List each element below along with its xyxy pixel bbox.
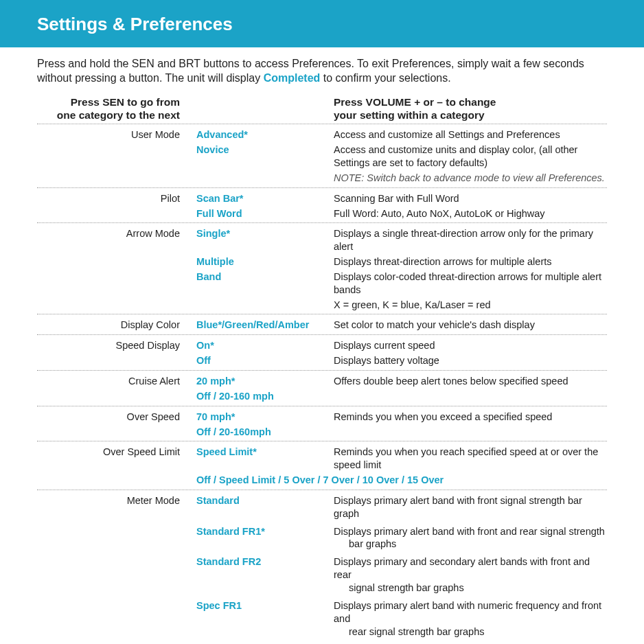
- divider: [37, 124, 607, 124]
- page-title: Settings & Preferences: [37, 14, 644, 35]
- option-value: On*: [196, 339, 334, 352]
- option-description: Offers double beep alert tones below spe…: [334, 375, 607, 388]
- intro-paragraph: Press and hold the SEN and BRT buttons t…: [37, 57, 607, 86]
- option-description: Displays primary and secondary alert ban…: [334, 555, 607, 595]
- option-description: Access and customize units and display c…: [334, 143, 607, 170]
- row-arrow-2: Multiple Displays threat-direction arrow…: [37, 254, 607, 269]
- row-speed-display: Speed Display On* Displays current speed: [37, 338, 607, 353]
- option-description: Displays primary alert band with numeric…: [334, 599, 607, 639]
- option-value: Advanced*: [196, 128, 334, 141]
- option-value: 70 mph*: [196, 411, 334, 424]
- row-user-mode-2: Novice Access and customize units and di…: [37, 142, 607, 170]
- row-arrow-3: Band Displays color-coded threat-directi…: [37, 269, 607, 297]
- desc-line1: Displays primary alert band with front a…: [334, 526, 605, 537]
- option-value: 20 mph*: [196, 375, 334, 388]
- row-cruise-alert: Cruise Alert 20 mph* Offers double beep …: [37, 373, 607, 389]
- row-meter-standard: Meter Mode Standard Displays primary ale…: [37, 493, 607, 521]
- option-value: Standard FR1*: [196, 525, 334, 538]
- desc-line2: bar graphs: [334, 538, 396, 549]
- desc-line1: Displays primary alert band with numeric…: [334, 600, 601, 624]
- option-value: Speed Limit*: [196, 446, 334, 459]
- option-description: Scanning Bar with Full Word: [334, 192, 607, 205]
- header-mid-spacer: [196, 95, 334, 122]
- option-value: Off: [196, 354, 334, 367]
- option-note: NOTE: Switch back to advance mode to vie…: [334, 172, 607, 185]
- category-label: User Mode: [37, 128, 196, 141]
- option-value: Scan Bar*: [196, 192, 334, 205]
- row-over-speed: Over Speed 70 mph* Reminds you when you …: [37, 409, 607, 424]
- option-value: Standard: [196, 494, 334, 507]
- desc-line2: signal strength bar graphs: [334, 582, 464, 593]
- option-description: Displays battery voltage: [334, 354, 607, 367]
- intro-completed-word: Completed: [264, 72, 321, 84]
- row-meter-fr2: Standard FR2 Displays primary and second…: [37, 554, 607, 595]
- row-over-speed-limit: Over Speed Limit Speed Limit* Reminds yo…: [37, 444, 607, 472]
- category-label: Arrow Mode: [37, 227, 196, 240]
- option-value: Standard FR2: [196, 555, 334, 568]
- row-speed-display-2: Off Displays battery voltage: [37, 353, 607, 368]
- row-pilot-2: Full Word Full Word: Auto, Auto NoX, Aut…: [37, 206, 607, 221]
- category-label: Speed Display: [37, 339, 196, 352]
- content-area: Press and hold the SEN and BRT buttons t…: [0, 57, 644, 644]
- option-value: Off / Speed Limit / 5 Over / 7 Over / 10…: [196, 474, 607, 487]
- category-label: Pilot: [37, 192, 196, 205]
- header-right-line2: your setting within a category: [334, 108, 607, 122]
- header-right-line1: Press VOLUME + or – to change: [334, 95, 607, 108]
- title-banner: Settings & Preferences: [0, 0, 644, 47]
- desc-line2: rear signal strength bar graphs: [334, 626, 484, 637]
- option-description: Reminds you when you exceed a specified …: [334, 411, 607, 424]
- option-value: Novice: [196, 143, 334, 157]
- divider: [37, 370, 607, 371]
- header-left-line1: Press SEN to go from: [37, 95, 180, 108]
- row-meter-spec2: Spec FR2 Displays primary alert band wit…: [37, 641, 607, 644]
- category-label: Display Color: [37, 319, 196, 332]
- divider: [37, 187, 607, 188]
- header-left: Press SEN to go from one category to the…: [37, 95, 196, 122]
- option-value: Off / 20-160 mph: [196, 390, 607, 403]
- option-description: Displays threat-direction arrows for mul…: [334, 255, 607, 268]
- option-description: Displays primary alert band with front a…: [334, 525, 607, 551]
- category-label: Over Speed: [37, 411, 196, 424]
- option-value: Band: [196, 271, 334, 284]
- row-user-mode-note: NOTE: Switch back to advance mode to vie…: [37, 170, 607, 185]
- intro-text-2: to confirm your selections.: [320, 72, 450, 84]
- category-label: Over Speed Limit: [37, 446, 196, 459]
- divider: [37, 222, 607, 223]
- option-description: Displays a single threat-direction arrow…: [334, 227, 607, 253]
- option-value: Blue*/Green/Red/Amber: [196, 319, 334, 332]
- divider: [37, 441, 607, 441]
- category-label: Cruise Alert: [37, 375, 196, 388]
- divider: [37, 490, 607, 490]
- option-description: Full Word: Auto, Auto NoX, AutoLoK or Hi…: [334, 207, 607, 220]
- divider: [37, 314, 607, 314]
- row-display-color: Display Color Blue*/Green/Red/Amber Set …: [37, 317, 607, 332]
- row-arrow: Arrow Mode Single* Displays a single thr…: [37, 226, 607, 254]
- option-description: Reminds you when you reach specified spe…: [334, 446, 607, 472]
- divider: [37, 406, 607, 406]
- row-cruise-alert-2: Off / 20-160 mph: [37, 389, 607, 404]
- header-left-line2: one category to the next: [37, 108, 180, 122]
- option-description: Displays primary alert band with front s…: [334, 494, 607, 520]
- option-description: X = green, K = blue, Ka/Laser = red: [334, 299, 607, 312]
- row-over-speed-2: Off / 20-160mph: [37, 424, 607, 439]
- row-meter-spec1: Spec FR1 Displays primary alert band wit…: [37, 598, 607, 639]
- row-user-mode: User Mode Advanced* Access and customize…: [37, 127, 607, 142]
- option-description: Set color to match your vehicle's dash d…: [334, 319, 607, 332]
- row-over-speed-limit-2: Off / Speed Limit / 5 Over / 7 Over / 10…: [37, 472, 607, 487]
- option-value: Multiple: [196, 255, 334, 268]
- option-value: Single*: [196, 227, 334, 240]
- header-right: Press VOLUME + or – to change your setti…: [334, 95, 607, 122]
- option-value: Full Word: [196, 207, 334, 220]
- column-headers: Press SEN to go from one category to the…: [37, 95, 607, 122]
- desc-line1: Displays primary and secondary alert ban…: [334, 556, 590, 580]
- row-pilot: Pilot Scan Bar* Scanning Bar with Full W…: [37, 191, 607, 206]
- row-meter-fr1: Standard FR1* Displays primary alert ban…: [37, 524, 607, 552]
- row-arrow-4: X = green, K = blue, Ka/Laser = red: [37, 297, 607, 312]
- option-value: Off / 20-160mph: [196, 426, 607, 439]
- option-description: Displays color-coded threat-direction ar…: [334, 271, 607, 297]
- option-description: Access and customize all Settings and Pr…: [334, 128, 607, 141]
- divider: [37, 334, 607, 335]
- option-value: Spec FR1: [196, 599, 334, 612]
- category-label: Meter Mode: [37, 494, 196, 507]
- option-description: Displays current speed: [334, 339, 607, 352]
